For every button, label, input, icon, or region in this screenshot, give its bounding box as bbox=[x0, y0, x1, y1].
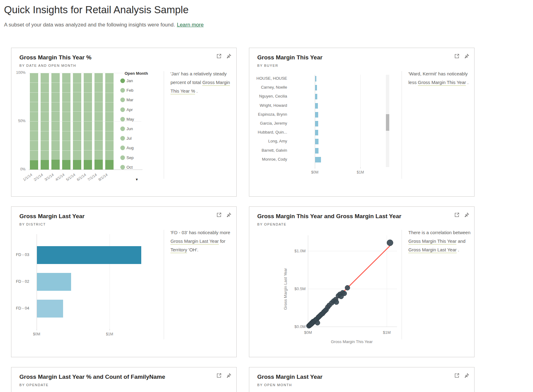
category-label: Long, Amy bbox=[249, 139, 287, 143]
bar-segment bbox=[94, 121, 103, 131]
insight-text: 'FD - 03' has noticeably more Gross Marg… bbox=[170, 228, 233, 254]
pin-icon[interactable] bbox=[464, 54, 469, 59]
insight-card-gross-margin-this-year-by-buyer[interactable]: Gross Margin This Year BY BUYER HOUSE, H… bbox=[249, 48, 475, 197]
bar-segment bbox=[62, 131, 70, 141]
bar-segment bbox=[84, 150, 92, 160]
bar bbox=[315, 121, 318, 126]
legend-scroll-down-arrow[interactable]: ▼ bbox=[135, 178, 138, 181]
x-axis-category-label: 1/1/14 bbox=[22, 173, 33, 182]
bar-segment bbox=[51, 111, 60, 121]
card-title: Gross Margin This Year % bbox=[19, 54, 91, 61]
bar-segment bbox=[62, 102, 70, 112]
axis-text: Gross Margin This Year bbox=[331, 339, 373, 344]
pin-icon[interactable] bbox=[226, 54, 231, 59]
category-label: Wright, Howard bbox=[249, 103, 287, 108]
bar-segment bbox=[51, 141, 60, 150]
bar bbox=[37, 246, 141, 264]
legend-dot bbox=[120, 88, 125, 93]
card-subtitle: BY OPENDATE bbox=[257, 222, 287, 226]
bar-segment bbox=[51, 121, 60, 131]
legend-dot bbox=[120, 155, 125, 160]
bar-segment bbox=[94, 150, 103, 160]
x-axis-category-label: 6/1/14 bbox=[76, 173, 87, 182]
insight-card-correlation[interactable]: Gross Margin This Year and Gross Margin … bbox=[249, 206, 475, 357]
vertical-divider bbox=[164, 71, 164, 179]
bar-segment bbox=[51, 73, 60, 82]
bar-segment bbox=[105, 160, 114, 170]
focus-mode-icon[interactable] bbox=[454, 54, 459, 59]
bar-segment bbox=[73, 83, 81, 92]
y-axis-tick: 50% bbox=[11, 119, 26, 123]
bar-segment bbox=[105, 150, 114, 160]
x-axis-category-label: 3/1/14 bbox=[44, 173, 54, 182]
pin-icon[interactable] bbox=[464, 212, 469, 218]
bar-segment bbox=[84, 73, 92, 82]
tick-mark bbox=[110, 329, 110, 330]
x-axis-line bbox=[29, 170, 142, 170]
bar-segment bbox=[41, 141, 49, 150]
bar-segment bbox=[62, 141, 70, 150]
pin-icon[interactable] bbox=[226, 212, 231, 218]
pin-icon[interactable] bbox=[464, 373, 469, 378]
bar-segment bbox=[73, 131, 81, 141]
bar-segment bbox=[105, 141, 114, 150]
y-axis-tick: 0% bbox=[11, 167, 26, 171]
bar-segment bbox=[105, 122, 114, 131]
insight-card-gross-margin-last-year-by-open-month[interactable]: Gross Margin Last Year BY OPEN MONTH bbox=[249, 367, 475, 392]
x-axis-tick: $1M bbox=[103, 332, 116, 336]
bar-segment bbox=[105, 83, 114, 93]
category-label: Carney, Noelle bbox=[249, 85, 287, 90]
scatter-point bbox=[342, 291, 347, 296]
category-label: Hubbard, Quin... bbox=[249, 130, 287, 134]
category-label: HOUSE, HOUSE bbox=[249, 76, 287, 81]
bar-segment bbox=[41, 150, 49, 160]
learn-more-link[interactable]: Learn more bbox=[177, 22, 204, 28]
bar-segment bbox=[41, 83, 49, 92]
bar bbox=[315, 85, 317, 90]
card-subtitle: BY OPENDATE bbox=[19, 383, 49, 387]
bar-segment bbox=[62, 160, 70, 170]
category-label: FD - 02 bbox=[11, 279, 29, 284]
vertical-divider bbox=[164, 230, 164, 339]
bar bbox=[315, 103, 318, 109]
focus-mode-icon[interactable] bbox=[454, 212, 459, 218]
card-title: Gross Margin Last Year bbox=[19, 213, 85, 220]
bar-segment bbox=[105, 73, 114, 83]
focus-mode-icon[interactable] bbox=[216, 212, 222, 218]
legend-item-jan: Jan bbox=[120, 78, 133, 83]
insight-card-gross-margin-last-year-by-district[interactable]: Gross Margin Last Year BY DISTRICT FD - … bbox=[11, 206, 237, 357]
bar-segment bbox=[62, 150, 70, 160]
pin-icon[interactable] bbox=[226, 373, 231, 378]
scrollbar-thumb[interactable] bbox=[386, 114, 389, 131]
bar-segment bbox=[41, 160, 49, 170]
legend-dot bbox=[120, 136, 125, 141]
bar-segment bbox=[84, 82, 92, 92]
legend-item-mar: Mar bbox=[120, 98, 133, 102]
bar-segment bbox=[84, 92, 92, 102]
legend-item-apr: Apr bbox=[120, 107, 133, 112]
focus-mode-icon[interactable] bbox=[216, 54, 222, 59]
focus-mode-icon[interactable] bbox=[454, 373, 459, 378]
page-subtitle: A subset of your data was analyzed and t… bbox=[4, 22, 533, 28]
category-label: FD - 04 bbox=[11, 306, 29, 310]
legend-dot bbox=[120, 107, 125, 112]
card-actions bbox=[454, 373, 469, 378]
card-actions bbox=[454, 212, 469, 218]
card-title: Gross Margin This Year and Gross Margin … bbox=[257, 213, 401, 220]
vertical-divider bbox=[402, 230, 402, 339]
bar bbox=[315, 94, 317, 99]
legend-item-jun: Jun bbox=[120, 126, 133, 131]
focus-mode-icon[interactable] bbox=[216, 373, 222, 378]
bar-segment bbox=[84, 141, 92, 150]
legend-title: Open Month bbox=[125, 71, 148, 76]
bar-segment bbox=[84, 160, 92, 170]
bar-chart-by-buyer: HOUSE, HOUSECarney, NoelleNguyen, Cecili… bbox=[249, 71, 401, 194]
card-title: Gross Margin This Year bbox=[257, 54, 323, 61]
legend-dot bbox=[120, 165, 125, 170]
page-subtitle-text: A subset of your data was analyzed and t… bbox=[4, 22, 175, 28]
insight-card-gross-margin-this-year-pct[interactable]: Gross Margin This Year % BY DATE AND OPE… bbox=[11, 48, 237, 197]
bar-segment bbox=[62, 92, 70, 102]
bar-segment bbox=[73, 140, 81, 150]
category-label: Nguyen, Cecilia bbox=[249, 94, 287, 98]
insight-card-gross-margin-last-year-pct-count[interactable]: Gross Margin Last Year % and Count of Fa… bbox=[11, 367, 237, 392]
